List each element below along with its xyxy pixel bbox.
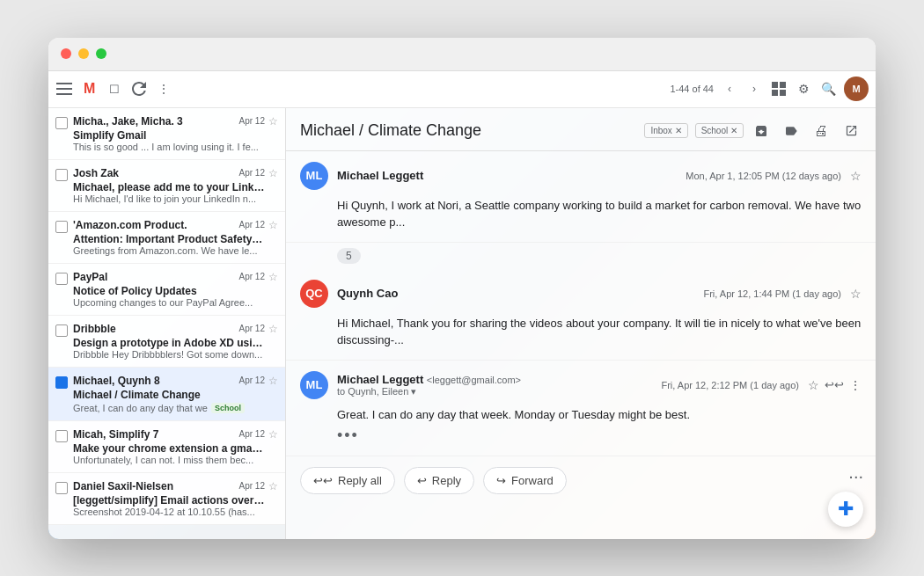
email-detail-panel: Michael / Climate Change Inbox ✕ School … xyxy=(286,108,876,539)
more-options-icon[interactable]: ⋮ xyxy=(849,378,862,392)
message-body: Hi Michael, Thank you for sharing the vi… xyxy=(300,315,862,349)
email-preview: Great, I can do any day that we xyxy=(73,403,208,413)
prev-page-icon[interactable]: ‹ xyxy=(721,80,738,98)
email-date: Apr 12 xyxy=(239,116,265,126)
email-preview: This is so good ... I am loving using it… xyxy=(73,142,265,152)
email-checkbox-3[interactable] xyxy=(55,221,68,233)
email-checkbox-2[interactable] xyxy=(55,169,68,181)
email-item[interactable]: PayPal Apr 12 Notice of Policy Updates U… xyxy=(48,264,285,316)
message-body: Great. I can do any day that week. Monda… xyxy=(300,406,862,424)
sender-avatar-qc: QC xyxy=(300,280,328,308)
email-item[interactable]: 'Amazon.com Product. Apr 12 Attention: I… xyxy=(48,212,285,264)
reply-button[interactable]: ↩ Reply xyxy=(404,467,474,494)
print-icon[interactable]: 🖨 xyxy=(810,120,832,142)
star-icon[interactable]: ☆ xyxy=(808,378,819,392)
email-date: Apr 12 xyxy=(239,272,265,281)
sender-name: Michael Leggett <leggett@gmail.com> xyxy=(337,373,521,386)
email-preview: Hi Michael, I'd like to join your Linked… xyxy=(73,193,265,204)
email-body: Daniel Saxil-Nielsen Apr 12 [leggett/sim… xyxy=(73,480,265,517)
star-icon[interactable]: ☆ xyxy=(268,219,278,231)
grid-icon[interactable] xyxy=(770,80,788,98)
email-item[interactable]: Micha., Jake, Micha. 3 Apr 12 Simplify G… xyxy=(48,108,285,160)
forward-button[interactable]: ↪ Forward xyxy=(483,467,567,494)
email-preview: Unfortunately, I can not. I miss them be… xyxy=(73,455,265,465)
overflow-menu[interactable]: ··· xyxy=(848,466,863,486)
email-sender: Michael, Quynh 8 xyxy=(73,375,160,387)
email-sender: 'Amazon.com Product. xyxy=(73,219,187,231)
more-options-icon[interactable]: ⋮ xyxy=(155,80,172,98)
labels-icon[interactable] xyxy=(781,120,802,142)
message-block-2: QC Quynh Cao Fri, Apr 12, 1:44 PM (1 day… xyxy=(286,269,876,361)
star-icon[interactable]: ☆ xyxy=(268,271,278,283)
email-body: Micah, Simplify 7 Apr 12 Make your chrom… xyxy=(73,428,265,465)
message-header: ML Michael Leggett Mon, Apr 1, 12:05 PM … xyxy=(300,162,862,190)
minimize-button[interactable] xyxy=(78,48,89,59)
pagination-label: 1-44 of 44 xyxy=(670,84,714,94)
star-icon[interactable]: ☆ xyxy=(268,323,278,335)
email-sender: Daniel Saxil-Nielsen xyxy=(73,480,173,492)
svg-rect-3 xyxy=(772,82,778,88)
email-item[interactable]: Daniel Saxil-Nielsen Apr 12 [leggett/sim… xyxy=(48,473,285,525)
email-item[interactable]: Dribbble Apr 12 Design a prototype in Ad… xyxy=(48,316,285,368)
sender-info: Quynh Cao xyxy=(337,287,398,300)
email-date: Apr 12 xyxy=(239,324,265,333)
sender-info: Michael Leggett xyxy=(337,169,423,182)
close-button[interactable] xyxy=(61,48,71,59)
settings-icon[interactable]: ⚙ xyxy=(795,80,812,98)
email-item[interactable]: Josh Zak Apr 12 Michael, please add me t… xyxy=(48,160,285,212)
sender-info: Michael Leggett <leggett@gmail.com> to Q… xyxy=(337,373,521,397)
gmail-logo: M xyxy=(80,80,99,98)
message-body: Hi Quynh, I work at Nori, a Seattle comp… xyxy=(300,197,862,231)
menu-icon[interactable] xyxy=(55,80,73,98)
email-preview: Greetings from Amazon.com. We have le... xyxy=(73,245,265,256)
message-header: ML Michael Leggett <leggett@gmail.com> t… xyxy=(300,371,862,399)
archive-icon[interactable] xyxy=(751,120,772,142)
collapsed-count-badge[interactable]: 5 xyxy=(337,248,361,264)
svg-rect-1 xyxy=(56,88,72,90)
message-icons: ☆ xyxy=(850,287,862,301)
detail-title: Michael / Climate Change xyxy=(300,121,637,140)
reply-all-button[interactable]: ↩↩ Reply all xyxy=(300,467,395,494)
new-window-icon[interactable] xyxy=(840,120,862,142)
email-sender: PayPal xyxy=(73,271,107,283)
star-icon[interactable]: ☆ xyxy=(268,115,278,128)
email-date: Apr 12 xyxy=(239,375,265,385)
star-icon[interactable]: ☆ xyxy=(850,169,862,183)
email-body: Josh Zak Apr 12 Michael, please add me t… xyxy=(73,167,265,204)
collapsed-messages[interactable]: 5 xyxy=(286,243,876,269)
user-avatar[interactable]: M xyxy=(844,77,869,101)
star-icon[interactable]: ☆ xyxy=(268,480,278,492)
next-page-icon[interactable]: › xyxy=(745,80,763,98)
refresh-icon[interactable] xyxy=(130,80,148,98)
email-date: Apr 12 xyxy=(239,168,265,178)
star-icon[interactable]: ☆ xyxy=(850,287,862,301)
email-subject: Make your chrome extension a gmail ext..… xyxy=(73,442,265,455)
star-icon[interactable]: ☆ xyxy=(268,428,278,441)
reply-label: Reply xyxy=(432,474,461,487)
email-checkbox-8[interactable] xyxy=(55,482,68,494)
message-icons: ☆ ↩↩ ⋮ xyxy=(808,378,862,392)
select-icon[interactable]: ☐ xyxy=(106,80,123,98)
detail-header: Michael / Climate Change Inbox ✕ School … xyxy=(286,108,876,151)
email-item-active[interactable]: Michael, Quynh 8 Apr 12 Michael / Climat… xyxy=(48,368,285,421)
email-item[interactable]: Micah, Simplify 7 Apr 12 Make your chrom… xyxy=(48,421,285,473)
email-subject: Attention: Important Product Safety Noti… xyxy=(73,233,265,245)
email-preview: Screenshot 2019-04-12 at 10.10.55 (has..… xyxy=(73,507,265,517)
search-icon[interactable]: 🔍 xyxy=(819,80,837,98)
email-checkbox-6[interactable] xyxy=(55,376,68,389)
email-subject: Design a prototype in Adobe XD using th.… xyxy=(73,337,265,349)
star-icon[interactable]: ☆ xyxy=(268,375,278,387)
star-icon[interactable]: ☆ xyxy=(268,167,278,179)
svg-rect-6 xyxy=(780,90,786,96)
browser-chrome xyxy=(48,38,876,71)
maximize-button[interactable] xyxy=(96,48,106,59)
email-body: Dribbble Apr 12 Design a prototype in Ad… xyxy=(73,323,265,360)
email-checkbox-1[interactable] xyxy=(55,117,68,129)
email-body: Micha., Jake, Micha. 3 Apr 12 Simplify G… xyxy=(73,115,265,152)
email-checkbox-7[interactable] xyxy=(55,430,68,442)
reply-icon[interactable]: ↩↩ xyxy=(825,378,844,391)
email-checkbox-4[interactable] xyxy=(55,273,68,285)
compose-fab[interactable]: ✚ xyxy=(828,492,863,527)
email-checkbox-5[interactable] xyxy=(55,324,68,337)
email-preview: Upcoming changes to our PayPal Agree... xyxy=(73,297,265,308)
